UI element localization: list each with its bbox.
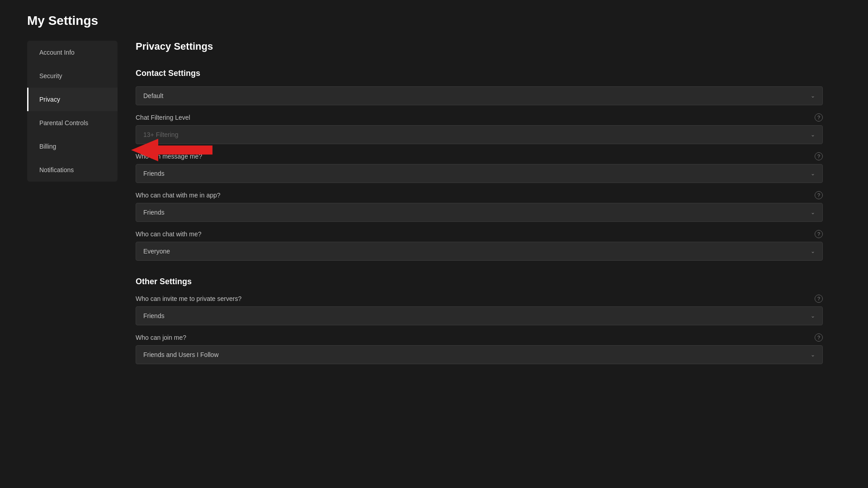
chevron-down-icon: ⌄ (811, 131, 815, 138)
section-title: Privacy Settings (136, 41, 823, 52)
chat-filtering-label: Chat Filtering Level (136, 114, 190, 121)
dropdown-chat[interactable]: Everyone ⌄ (136, 242, 823, 261)
dropdown-join[interactable]: Friends and Users I Follow ⌄ (136, 345, 823, 364)
sidebar: Account Info Security Privacy Parental C… (27, 41, 118, 182)
chat-filtering-help-icon[interactable]: ? (815, 113, 823, 122)
chat-label: Who can chat with me? (136, 230, 202, 238)
private-servers-label: Who can invite me to private servers? (136, 295, 241, 302)
chevron-down-icon: ⌄ (811, 170, 815, 177)
other-settings-section: Other Settings Who can invite me to priv… (136, 277, 823, 364)
setting-row-message: Who can message me? ? Friends ⌄ (136, 152, 823, 183)
dropdown-private-servers[interactable]: Friends ⌄ (136, 306, 823, 325)
dropdown-default[interactable]: Default ⌄ (136, 86, 823, 105)
setting-row-chat-filtering: Chat Filtering Level ? 13+ Filtering ⌄ (136, 113, 823, 144)
message-label: Who can message me? (136, 153, 202, 160)
chat-app-help-icon[interactable]: ? (815, 191, 823, 199)
dropdown-message[interactable]: Friends ⌄ (136, 164, 823, 183)
chat-app-label: Who can chat with me in app? (136, 192, 221, 199)
contact-settings-section: Contact Settings Default ⌄ Chat Filterin… (136, 69, 823, 261)
contact-settings-title: Contact Settings (136, 69, 823, 78)
chevron-down-icon: ⌄ (811, 209, 815, 216)
setting-row-chat-app: Who can chat with me in app? ? Friends ⌄ (136, 191, 823, 222)
sidebar-item-notifications[interactable]: Notifications (27, 158, 118, 182)
setting-row-chat: Who can chat with me? ? Everyone ⌄ (136, 230, 823, 261)
setting-row-join: Who can join me? ? Friends and Users I F… (136, 333, 823, 364)
dropdown-chat-filtering[interactable]: 13+ Filtering ⌄ (136, 125, 823, 144)
private-servers-help-icon[interactable]: ? (815, 295, 823, 303)
chevron-down-icon: ⌄ (811, 352, 815, 358)
setting-row-private-servers: Who can invite me to private servers? ? … (136, 295, 823, 325)
sidebar-item-security[interactable]: Security (27, 64, 118, 88)
other-settings-title: Other Settings (136, 277, 823, 286)
chat-help-icon[interactable]: ? (815, 230, 823, 238)
setting-row-default: Default ⌄ (136, 86, 823, 105)
dropdown-chat-app[interactable]: Friends ⌄ (136, 203, 823, 222)
chevron-down-icon: ⌄ (811, 248, 815, 254)
join-label: Who can join me? (136, 334, 186, 341)
message-help-icon[interactable]: ? (815, 152, 823, 160)
chevron-down-icon: ⌄ (811, 93, 815, 99)
sidebar-item-privacy[interactable]: Privacy (27, 88, 118, 111)
sidebar-item-billing[interactable]: Billing (27, 135, 118, 158)
main-content: Privacy Settings Contact Settings Defaul… (118, 41, 841, 372)
page-title: My Settings (27, 14, 841, 28)
sidebar-item-account-info[interactable]: Account Info (27, 41, 118, 64)
chevron-down-icon: ⌄ (811, 313, 815, 319)
join-help-icon[interactable]: ? (815, 333, 823, 342)
sidebar-item-parental-controls[interactable]: Parental Controls (27, 111, 118, 135)
